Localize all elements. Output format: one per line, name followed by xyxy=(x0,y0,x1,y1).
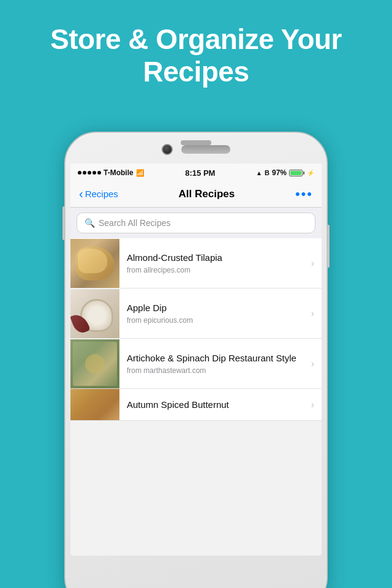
food-image-artichoke xyxy=(70,339,119,388)
search-bar[interactable]: 🔍 Search All Recipes xyxy=(77,213,315,233)
status-bar: T-Mobile 📶 8:15 PM ▲ B 97% ⚡ xyxy=(70,164,322,181)
recipe-thumb-appledip xyxy=(70,289,119,338)
recipe-thumb-autumn xyxy=(70,389,119,421)
bluetooth-icon: B xyxy=(265,169,270,176)
carrier-label: T-Mobile xyxy=(104,168,134,177)
recipe-item-artichoke[interactable]: Artichoke & Spinach Dip Restaurant Style… xyxy=(70,339,322,389)
battery-fill xyxy=(290,171,301,175)
nav-title: All Recipes xyxy=(179,188,235,200)
recipe-item-autumn[interactable]: Autumn Spiced Butternut › xyxy=(70,389,322,421)
nav-more-button[interactable]: ••• xyxy=(295,187,313,201)
recipe-chevron-autumn: › xyxy=(311,399,322,410)
recipe-info-appledip: Apple Dip from epicurious.com xyxy=(119,296,311,331)
more-dots-icon: ••• xyxy=(295,186,313,202)
status-left: T-Mobile 📶 xyxy=(78,168,145,177)
nav-back-button[interactable]: ‹ Recipes xyxy=(79,188,118,200)
recipe-thumb-artichoke xyxy=(70,339,119,388)
search-placeholder: Search All Recipes xyxy=(99,218,171,228)
battery-tip xyxy=(303,172,304,175)
recipe-info-tilapia: Almond-Crusted Tilapia from allrecipes.c… xyxy=(119,246,311,281)
recipe-name-tilapia: Almond-Crusted Tilapia xyxy=(127,252,304,264)
charging-icon: ⚡ xyxy=(307,170,314,176)
recipe-list: Almond-Crusted Tilapia from allrecipes.c… xyxy=(70,238,322,421)
recipe-info-autumn: Autumn Spiced Butternut xyxy=(119,393,311,417)
recipe-chevron-tilapia: › xyxy=(311,258,322,269)
phone-top xyxy=(66,133,326,164)
food-image-appledip xyxy=(70,289,119,338)
phone-sensor xyxy=(181,140,211,145)
recipe-name-artichoke: Artichoke & Spinach Dip Restaurant Style xyxy=(127,352,304,364)
recipe-item-tilapia[interactable]: Almond-Crusted Tilapia from allrecipes.c… xyxy=(70,238,322,288)
phone-camera xyxy=(162,144,173,155)
recipe-info-artichoke: Artichoke & Spinach Dip Restaurant Style… xyxy=(119,346,311,381)
recipe-name-autumn: Autumn Spiced Butternut xyxy=(127,399,304,411)
back-chevron-icon: ‹ xyxy=(79,187,83,200)
nav-back-label: Recipes xyxy=(85,189,118,199)
recipe-source-tilapia: from allrecipes.com xyxy=(127,266,304,274)
phone-shell: T-Mobile 📶 8:15 PM ▲ B 97% ⚡ ‹ xyxy=(64,132,328,588)
wifi-icon: 📶 xyxy=(136,169,145,177)
signal-dot-4 xyxy=(92,171,96,175)
hero-title: Store & Organize Your Recipes xyxy=(0,0,392,107)
recipe-item-appledip[interactable]: Apple Dip from epicurious.com › xyxy=(70,288,322,339)
recipe-source-artichoke: from marthastewart.com xyxy=(127,366,304,375)
recipe-chevron-appledip: › xyxy=(311,308,322,319)
signal-dot-1 xyxy=(78,171,81,175)
food-image-autumn xyxy=(70,389,119,421)
battery-percent: 97% xyxy=(272,168,287,177)
status-right: ▲ B 97% ⚡ xyxy=(256,168,314,177)
signal-dot-3 xyxy=(88,171,91,175)
recipe-thumb-tilapia xyxy=(70,239,119,288)
recipe-name-appledip: Apple Dip xyxy=(127,302,304,314)
battery-icon xyxy=(289,170,304,176)
phone-speaker xyxy=(181,145,230,154)
recipe-chevron-artichoke: › xyxy=(311,358,322,369)
signal-dot-2 xyxy=(83,171,86,175)
search-container: 🔍 Search All Recipes xyxy=(70,208,322,238)
search-icon: 🔍 xyxy=(85,218,95,228)
location-icon: ▲ xyxy=(256,170,262,176)
food-image-tilapia xyxy=(70,239,119,288)
signal-dots xyxy=(78,171,101,175)
phone-screen: T-Mobile 📶 8:15 PM ▲ B 97% ⚡ ‹ xyxy=(70,164,322,556)
signal-dot-5 xyxy=(97,171,101,175)
time-label: 8:15 PM xyxy=(185,168,215,178)
nav-bar: ‹ Recipes All Recipes ••• xyxy=(70,181,322,208)
battery-body xyxy=(289,170,303,176)
recipe-source-appledip: from epicurious.com xyxy=(127,316,304,325)
